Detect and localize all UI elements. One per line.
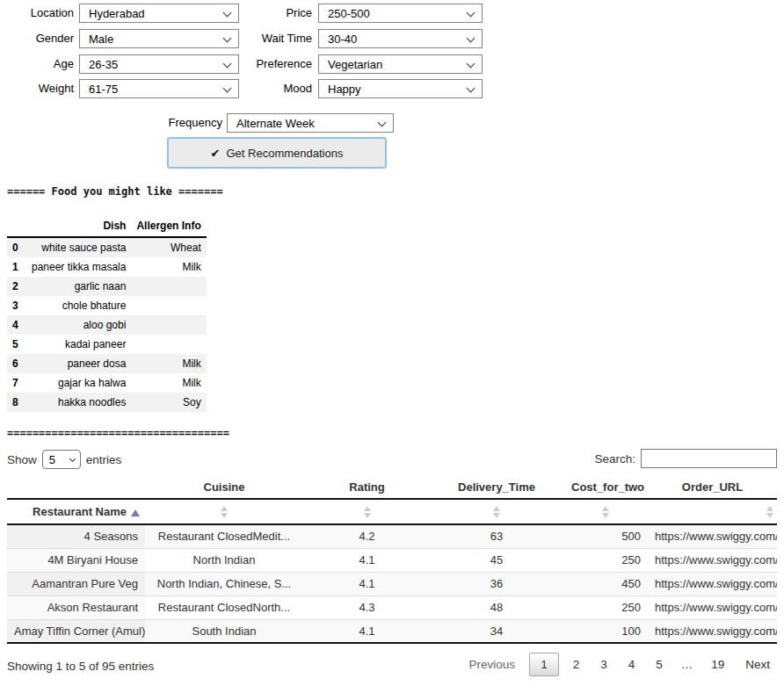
dish-cell: gajar ka halwa xyxy=(26,373,131,393)
chevron-down-icon xyxy=(223,9,232,18)
delivery-time-cell: 45 xyxy=(431,548,563,572)
page-button-3[interactable]: 3 xyxy=(590,653,618,676)
check-icon: ✔ xyxy=(211,147,221,160)
order-url-cell: https://www.swiggy.com/... xyxy=(648,619,777,643)
page-button-1[interactable]: 1 xyxy=(529,653,559,676)
allergen-cell xyxy=(131,296,206,315)
sort-order-url[interactable] xyxy=(648,499,777,524)
mood-label: Mood xyxy=(237,82,312,96)
frequency-select[interactable]: Alternate Week xyxy=(227,113,394,133)
allergen-cell: Milk xyxy=(131,354,206,373)
sort-delivery-time[interactable] xyxy=(431,499,563,524)
dish-cell: aloo gobi xyxy=(26,315,131,335)
table-row: Akson Restaurant Restaurant ClosedNorth.… xyxy=(7,596,777,619)
location-select[interactable]: Hyderabad xyxy=(79,4,239,23)
sort-both-icon xyxy=(766,506,773,518)
weight-label: Weight xyxy=(0,82,74,96)
page-length-value: 5 xyxy=(49,453,55,466)
row-index: 0 xyxy=(7,237,26,257)
allergen-cell xyxy=(131,277,206,296)
frequency-value: Alternate Week xyxy=(236,117,315,130)
get-recommendations-label: Get Recommendations xyxy=(226,147,343,160)
restaurant-name-label: Restaurant Name xyxy=(33,505,127,518)
rating-cell: 4.2 xyxy=(303,524,431,548)
sort-restaurant-name[interactable]: Restaurant Name xyxy=(7,499,145,524)
sort-both-icon xyxy=(364,506,371,518)
row-index: 7 xyxy=(7,373,26,393)
dish-cell: chole bhature xyxy=(26,296,131,315)
row-index: 4 xyxy=(7,315,26,335)
page-button-19[interactable]: 19 xyxy=(701,653,735,676)
wait-time-select[interactable]: 30-40 xyxy=(318,29,483,48)
restaurant-name-cell: Akson Restaurant xyxy=(7,596,145,619)
previous-page-button[interactable]: Previous xyxy=(459,653,526,676)
chevron-down-icon xyxy=(69,456,76,462)
allergen-cell: Milk xyxy=(131,373,206,393)
page-button-5[interactable]: 5 xyxy=(645,653,673,676)
row-index: 2 xyxy=(7,277,26,296)
gender-select[interactable]: Male xyxy=(79,29,239,48)
sort-rating[interactable] xyxy=(303,499,431,524)
sort-both-icon xyxy=(493,506,500,518)
page-button-2[interactable]: 2 xyxy=(563,653,591,676)
delivery-time-header: Delivery_Time xyxy=(431,478,563,499)
order-url-header: Order_URL xyxy=(648,478,777,499)
chevron-down-icon xyxy=(378,119,387,127)
cost-for-two-cell: 250 xyxy=(563,548,648,572)
table-row: 4aloo gobi xyxy=(7,315,207,335)
row-index: 6 xyxy=(7,354,26,373)
chevron-down-icon xyxy=(223,84,232,93)
food-allergen-header: Allergen Info xyxy=(131,216,206,237)
table-info: Showing 1 to 5 of 95 entries xyxy=(7,660,154,673)
weight-select[interactable]: 61-75 xyxy=(79,79,239,98)
preference-select[interactable]: Vegetarian xyxy=(318,54,483,74)
cost-for-two-cell: 100 xyxy=(563,619,648,643)
sort-cost-for-two[interactable] xyxy=(563,499,648,524)
mood-select[interactable]: Happy xyxy=(318,79,483,98)
pagination-ellipsis: … xyxy=(673,653,701,676)
next-page-button[interactable]: Next xyxy=(735,653,780,676)
row-index: 3 xyxy=(7,296,26,315)
cuisine-cell: North Indian xyxy=(145,548,303,572)
column-header-row: Cuisine Rating Delivery_Time Cost_for_tw… xyxy=(7,478,777,499)
age-label: Age xyxy=(0,57,74,71)
food-dish-header: Dish xyxy=(26,216,131,237)
cost-for-two-header: Cost_for_two xyxy=(563,478,648,499)
search-input[interactable] xyxy=(641,449,777,468)
order-url-cell: https://www.swiggy.com/... xyxy=(648,548,777,572)
allergen-cell: Wheat xyxy=(131,237,206,257)
table-row: Amay Tiffin Corner (Amul) South Indian 4… xyxy=(7,619,777,643)
chevron-down-icon xyxy=(467,60,475,69)
cost-for-two-cell: 250 xyxy=(563,596,648,619)
dish-cell: hakka noodles xyxy=(26,393,131,412)
order-url-cell: https://www.swiggy.com/... xyxy=(648,572,777,596)
table-row: 4M Biryani House North Indian 4.1 45 250… xyxy=(7,548,777,572)
price-select[interactable]: 250-500 xyxy=(318,4,483,23)
sort-both-icon xyxy=(602,506,609,518)
location-value: Hyderabad xyxy=(89,7,145,20)
sort-header-row: Restaurant Name xyxy=(7,499,777,524)
table-row: 4 Seasons Restaurant ClosedMedit... 4.2 … xyxy=(7,524,777,548)
sort-both-icon xyxy=(221,506,228,518)
cuisine-cell: Restaurant ClosedMedit... xyxy=(145,524,303,548)
location-label: Location xyxy=(0,6,74,20)
preference-value: Vegetarian xyxy=(328,58,382,71)
table-row: 7gajar ka halwaMilk xyxy=(7,373,207,393)
sort-cuisine[interactable] xyxy=(145,499,303,524)
order-url-cell: https://www.swiggy.com/... xyxy=(648,596,777,619)
row-index: 5 xyxy=(7,335,26,354)
cuisine-header: Cuisine xyxy=(145,478,303,499)
page-button-4[interactable]: 4 xyxy=(618,653,646,676)
rating-cell: 4.1 xyxy=(303,548,431,572)
get-recommendations-button[interactable]: ✔ Get Recommendations xyxy=(167,137,387,169)
table-row: 6paneer dosaMilk xyxy=(7,354,207,373)
food-table-header: Dish Allergen Info xyxy=(7,216,207,237)
restaurant-name-cell: Amay Tiffin Corner (Amul) xyxy=(7,619,145,643)
page-length-select[interactable]: 5 xyxy=(42,450,81,469)
price-value: 250-500 xyxy=(328,7,370,20)
age-select[interactable]: 26-35 xyxy=(79,54,239,74)
order-url-cell: https://www.swiggy.com/... xyxy=(648,524,777,548)
chevron-down-icon xyxy=(467,84,475,93)
restaurant-name-cell: Aamantran Pure Veg xyxy=(7,572,145,596)
rating-cell: 4.1 xyxy=(303,619,431,643)
